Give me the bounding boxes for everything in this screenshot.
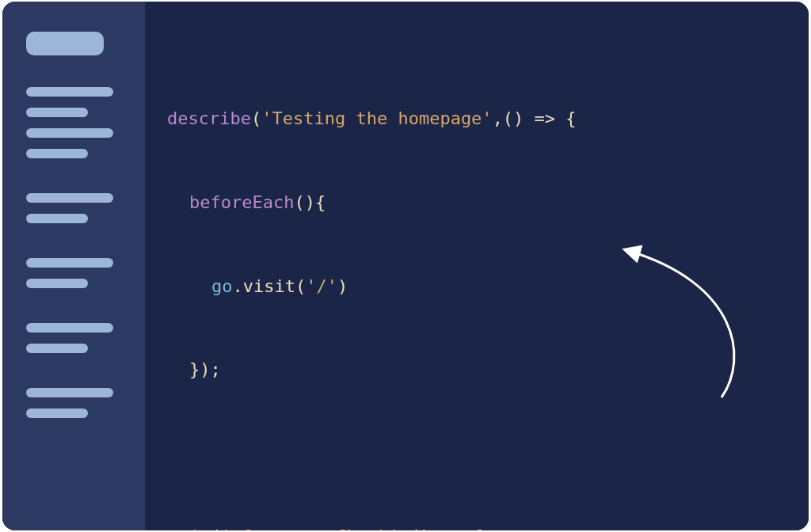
sidebar-item[interactable] [26, 87, 113, 97]
sidebar-item[interactable] [26, 128, 113, 138]
sidebar-active-item[interactable] [26, 32, 104, 55]
sidebar-item[interactable] [26, 214, 88, 223]
sidebar-item[interactable] [26, 193, 113, 203]
window-body: describe('Testing the homepage',() => { … [2, 2, 809, 530]
sidebar-item[interactable] [26, 388, 113, 397]
code-line: go.visit('/') [167, 272, 786, 300]
code-line: it('eCommerce Check',() => { [167, 522, 786, 530]
sidebar-item[interactable] [26, 344, 88, 353]
code-block: describe('Testing the homepage',() => { … [167, 49, 786, 530]
blank-line [167, 439, 786, 467]
sidebar-item[interactable] [26, 323, 113, 332]
sidebar-item[interactable] [26, 408, 88, 418]
code-line: }); [167, 355, 786, 383]
sidebar [2, 2, 145, 530]
editor-window: describe('Testing the homepage',() => { … [2, 2, 809, 530]
sidebar-item[interactable] [26, 258, 113, 268]
sidebar-item[interactable] [26, 149, 88, 158]
code-line: beforeEach(){ [167, 188, 786, 216]
code-line: describe('Testing the homepage',() => { [167, 104, 786, 132]
code-editor[interactable]: describe('Testing the homepage',() => { … [145, 2, 809, 530]
sidebar-item[interactable] [26, 279, 88, 288]
sidebar-item[interactable] [26, 108, 88, 117]
